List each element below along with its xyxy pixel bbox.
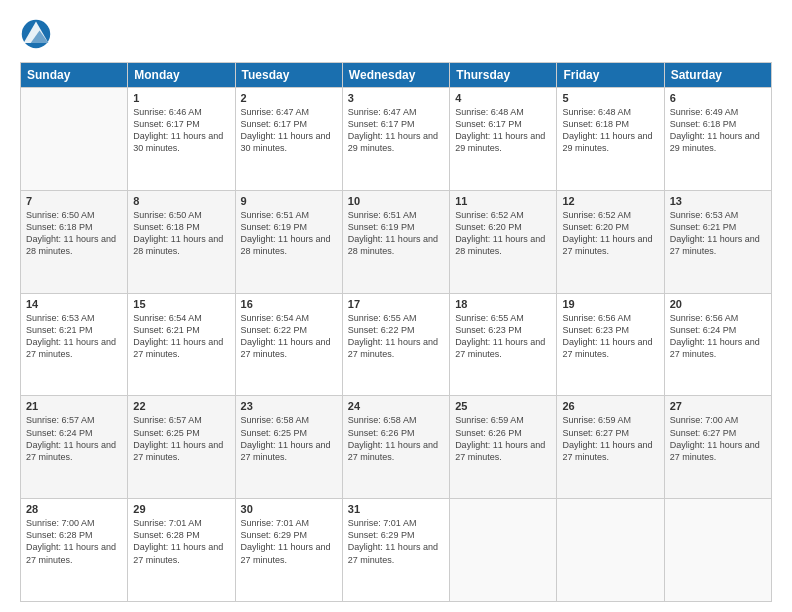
day-number: 17 — [348, 298, 444, 310]
weekday-header-thursday: Thursday — [450, 63, 557, 88]
calendar-cell: 18Sunrise: 6:55 AMSunset: 6:23 PMDayligh… — [450, 293, 557, 396]
day-info: Sunrise: 6:47 AMSunset: 6:17 PMDaylight:… — [241, 106, 337, 155]
day-info: Sunrise: 6:58 AMSunset: 6:26 PMDaylight:… — [348, 414, 444, 463]
day-number: 7 — [26, 195, 122, 207]
day-number: 3 — [348, 92, 444, 104]
day-info: Sunrise: 6:50 AMSunset: 6:18 PMDaylight:… — [26, 209, 122, 258]
day-number: 21 — [26, 400, 122, 412]
day-number: 19 — [562, 298, 658, 310]
calendar-table: SundayMondayTuesdayWednesdayThursdayFrid… — [20, 62, 772, 602]
day-info: Sunrise: 6:46 AMSunset: 6:17 PMDaylight:… — [133, 106, 229, 155]
calendar-cell: 4Sunrise: 6:48 AMSunset: 6:17 PMDaylight… — [450, 88, 557, 191]
logo-icon — [20, 18, 52, 50]
day-info: Sunrise: 7:00 AMSunset: 6:27 PMDaylight:… — [670, 414, 766, 463]
day-number: 18 — [455, 298, 551, 310]
day-info: Sunrise: 6:59 AMSunset: 6:27 PMDaylight:… — [562, 414, 658, 463]
day-number: 16 — [241, 298, 337, 310]
day-info: Sunrise: 6:52 AMSunset: 6:20 PMDaylight:… — [455, 209, 551, 258]
day-info: Sunrise: 6:53 AMSunset: 6:21 PMDaylight:… — [26, 312, 122, 361]
weekday-header-tuesday: Tuesday — [235, 63, 342, 88]
page: SundayMondayTuesdayWednesdayThursdayFrid… — [0, 0, 792, 612]
day-number: 22 — [133, 400, 229, 412]
calendar-cell: 28Sunrise: 7:00 AMSunset: 6:28 PMDayligh… — [21, 499, 128, 602]
calendar-cell: 17Sunrise: 6:55 AMSunset: 6:22 PMDayligh… — [342, 293, 449, 396]
calendar-week-row: 14Sunrise: 6:53 AMSunset: 6:21 PMDayligh… — [21, 293, 772, 396]
calendar-cell: 11Sunrise: 6:52 AMSunset: 6:20 PMDayligh… — [450, 190, 557, 293]
day-number: 23 — [241, 400, 337, 412]
day-info: Sunrise: 6:59 AMSunset: 6:26 PMDaylight:… — [455, 414, 551, 463]
calendar-cell: 23Sunrise: 6:58 AMSunset: 6:25 PMDayligh… — [235, 396, 342, 499]
day-number: 5 — [562, 92, 658, 104]
calendar-cell: 8Sunrise: 6:50 AMSunset: 6:18 PMDaylight… — [128, 190, 235, 293]
calendar-cell: 22Sunrise: 6:57 AMSunset: 6:25 PMDayligh… — [128, 396, 235, 499]
day-number: 30 — [241, 503, 337, 515]
day-number: 24 — [348, 400, 444, 412]
day-number: 9 — [241, 195, 337, 207]
day-info: Sunrise: 6:53 AMSunset: 6:21 PMDaylight:… — [670, 209, 766, 258]
logo — [20, 18, 56, 50]
day-number: 4 — [455, 92, 551, 104]
calendar-week-row: 21Sunrise: 6:57 AMSunset: 6:24 PMDayligh… — [21, 396, 772, 499]
calendar-cell: 16Sunrise: 6:54 AMSunset: 6:22 PMDayligh… — [235, 293, 342, 396]
calendar-cell: 25Sunrise: 6:59 AMSunset: 6:26 PMDayligh… — [450, 396, 557, 499]
day-info: Sunrise: 6:54 AMSunset: 6:21 PMDaylight:… — [133, 312, 229, 361]
calendar-week-row: 7Sunrise: 6:50 AMSunset: 6:18 PMDaylight… — [21, 190, 772, 293]
day-info: Sunrise: 6:51 AMSunset: 6:19 PMDaylight:… — [348, 209, 444, 258]
calendar-cell: 30Sunrise: 7:01 AMSunset: 6:29 PMDayligh… — [235, 499, 342, 602]
day-number: 12 — [562, 195, 658, 207]
day-info: Sunrise: 6:50 AMSunset: 6:18 PMDaylight:… — [133, 209, 229, 258]
day-info: Sunrise: 7:01 AMSunset: 6:29 PMDaylight:… — [348, 517, 444, 566]
day-info: Sunrise: 7:00 AMSunset: 6:28 PMDaylight:… — [26, 517, 122, 566]
day-info: Sunrise: 6:52 AMSunset: 6:20 PMDaylight:… — [562, 209, 658, 258]
calendar-cell: 15Sunrise: 6:54 AMSunset: 6:21 PMDayligh… — [128, 293, 235, 396]
day-info: Sunrise: 6:54 AMSunset: 6:22 PMDaylight:… — [241, 312, 337, 361]
day-info: Sunrise: 6:49 AMSunset: 6:18 PMDaylight:… — [670, 106, 766, 155]
calendar-cell: 29Sunrise: 7:01 AMSunset: 6:28 PMDayligh… — [128, 499, 235, 602]
day-number: 29 — [133, 503, 229, 515]
day-info: Sunrise: 6:56 AMSunset: 6:24 PMDaylight:… — [670, 312, 766, 361]
day-info: Sunrise: 6:51 AMSunset: 6:19 PMDaylight:… — [241, 209, 337, 258]
calendar-cell — [557, 499, 664, 602]
day-number: 31 — [348, 503, 444, 515]
day-info: Sunrise: 6:55 AMSunset: 6:22 PMDaylight:… — [348, 312, 444, 361]
day-info: Sunrise: 6:57 AMSunset: 6:24 PMDaylight:… — [26, 414, 122, 463]
day-number: 27 — [670, 400, 766, 412]
day-number: 8 — [133, 195, 229, 207]
calendar-cell — [21, 88, 128, 191]
day-info: Sunrise: 6:57 AMSunset: 6:25 PMDaylight:… — [133, 414, 229, 463]
calendar-cell: 7Sunrise: 6:50 AMSunset: 6:18 PMDaylight… — [21, 190, 128, 293]
header — [20, 18, 772, 50]
calendar-week-row: 1Sunrise: 6:46 AMSunset: 6:17 PMDaylight… — [21, 88, 772, 191]
calendar-cell: 6Sunrise: 6:49 AMSunset: 6:18 PMDaylight… — [664, 88, 771, 191]
calendar-week-row: 28Sunrise: 7:00 AMSunset: 6:28 PMDayligh… — [21, 499, 772, 602]
calendar-cell: 2Sunrise: 6:47 AMSunset: 6:17 PMDaylight… — [235, 88, 342, 191]
calendar-cell: 13Sunrise: 6:53 AMSunset: 6:21 PMDayligh… — [664, 190, 771, 293]
day-info: Sunrise: 6:48 AMSunset: 6:17 PMDaylight:… — [455, 106, 551, 155]
day-info: Sunrise: 6:47 AMSunset: 6:17 PMDaylight:… — [348, 106, 444, 155]
calendar-header-row: SundayMondayTuesdayWednesdayThursdayFrid… — [21, 63, 772, 88]
calendar-cell: 1Sunrise: 6:46 AMSunset: 6:17 PMDaylight… — [128, 88, 235, 191]
day-number: 28 — [26, 503, 122, 515]
calendar-cell: 5Sunrise: 6:48 AMSunset: 6:18 PMDaylight… — [557, 88, 664, 191]
calendar-cell: 14Sunrise: 6:53 AMSunset: 6:21 PMDayligh… — [21, 293, 128, 396]
calendar-cell: 12Sunrise: 6:52 AMSunset: 6:20 PMDayligh… — [557, 190, 664, 293]
calendar-cell: 10Sunrise: 6:51 AMSunset: 6:19 PMDayligh… — [342, 190, 449, 293]
day-number: 25 — [455, 400, 551, 412]
calendar-cell: 3Sunrise: 6:47 AMSunset: 6:17 PMDaylight… — [342, 88, 449, 191]
day-number: 20 — [670, 298, 766, 310]
weekday-header-monday: Monday — [128, 63, 235, 88]
calendar-cell: 26Sunrise: 6:59 AMSunset: 6:27 PMDayligh… — [557, 396, 664, 499]
day-number: 15 — [133, 298, 229, 310]
day-info: Sunrise: 6:58 AMSunset: 6:25 PMDaylight:… — [241, 414, 337, 463]
calendar-cell: 20Sunrise: 6:56 AMSunset: 6:24 PMDayligh… — [664, 293, 771, 396]
calendar-cell — [450, 499, 557, 602]
day-number: 26 — [562, 400, 658, 412]
day-number: 1 — [133, 92, 229, 104]
weekday-header-sunday: Sunday — [21, 63, 128, 88]
day-info: Sunrise: 6:55 AMSunset: 6:23 PMDaylight:… — [455, 312, 551, 361]
calendar-cell: 24Sunrise: 6:58 AMSunset: 6:26 PMDayligh… — [342, 396, 449, 499]
weekday-header-saturday: Saturday — [664, 63, 771, 88]
day-number: 11 — [455, 195, 551, 207]
calendar-cell: 31Sunrise: 7:01 AMSunset: 6:29 PMDayligh… — [342, 499, 449, 602]
day-number: 2 — [241, 92, 337, 104]
